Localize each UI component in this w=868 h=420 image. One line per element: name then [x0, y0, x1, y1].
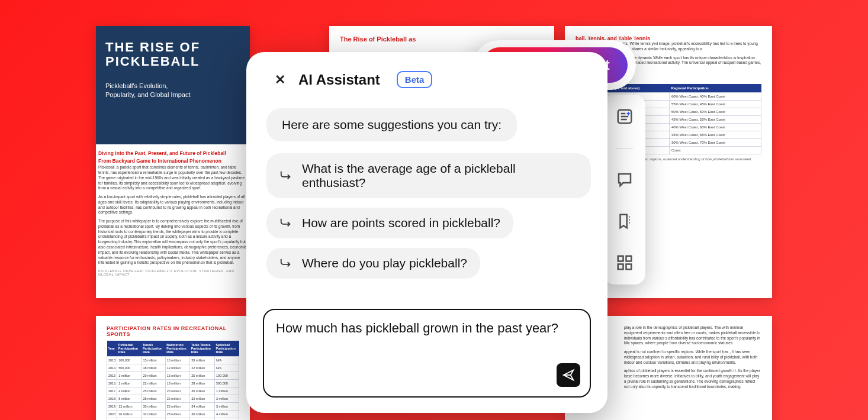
svg-rect-2: [626, 256, 632, 261]
arrow-reply-icon: [279, 217, 292, 230]
arrow-reply-icon: [279, 169, 292, 182]
doc-page-4: PARTICIPATION RATES IN RECREATIONAL SPOR…: [96, 316, 250, 420]
svg-rect-1: [618, 256, 623, 261]
beta-badge: Beta: [397, 71, 433, 88]
body-para: The purpose of this whitepaper is to com…: [98, 219, 247, 266]
doc-subtitle: Pickleball's Evolution, Popularity, and …: [105, 82, 194, 99]
divider: [616, 148, 633, 148]
tool-strip: [604, 95, 645, 285]
doc-title: THE RISE OF PICKLEBALL: [105, 40, 240, 69]
arrow-reply-icon: [279, 257, 292, 270]
assistant-intro: Here are some suggestions you can try:: [266, 108, 517, 141]
doc-page-1: THE RISE OF PICKLEBALL Pickleball's Evol…: [96, 26, 250, 298]
suggestion-text: How are points scored in pickleball?: [302, 216, 500, 230]
chat-input-text: How much has pickleball grown in the pas…: [276, 321, 578, 336]
chat-input[interactable]: How much has pickleball grown in the pas…: [263, 309, 591, 398]
doc-footer: PICKLEBALL UNVEILED: PICKLEBALL'S EVOLUT…: [98, 269, 247, 276]
body-para: As a low-impact sport with relatively si…: [98, 195, 247, 215]
assistant-title: AI Assistant: [298, 72, 380, 88]
suggestion-2[interactable]: How are points scored in pickleball?: [266, 208, 513, 238]
table-header: PARTICIPATION RATES IN RECREATIONAL SPOR…: [107, 325, 239, 337]
chat-icon[interactable]: [615, 170, 635, 190]
body-para: Pickleball, a paddle sport that combines…: [98, 165, 247, 191]
bookmark-icon[interactable]: [615, 211, 635, 231]
hero-banner: THE RISE OF PICKLEBALL Pickleball's Evol…: [96, 26, 250, 144]
section-heading: Diving Into the Past, Present, and Futur…: [98, 150, 247, 157]
suggestion-text: What is the average age of a pickleball …: [302, 161, 578, 190]
suggestion-text: Where do you play pickleball?: [302, 256, 467, 270]
rates-table: YearPickleball Participation RateTennis …: [107, 341, 239, 420]
suggestion-3[interactable]: Where do you play pickleball?: [266, 248, 480, 279]
send-icon: [562, 369, 575, 382]
grid-icon[interactable]: [615, 253, 635, 273]
send-button[interactable]: [557, 363, 580, 387]
body-para: appeal is not confined to specific regio…: [624, 350, 761, 365]
body-para: aphics of pickleball players is essentia…: [624, 369, 761, 389]
svg-rect-3: [618, 264, 623, 270]
section-subheading: From Backyard Game to International Phen…: [98, 158, 247, 164]
body-para: play a role in the demographics of pickl…: [624, 325, 761, 346]
suggestion-1[interactable]: What is the average age of a pickleball …: [266, 153, 591, 198]
close-icon[interactable]: ✕: [275, 73, 285, 86]
svg-rect-4: [626, 264, 632, 270]
assistant-header: ✕ AI Assistant Beta: [263, 71, 591, 88]
summary-icon[interactable]: [615, 106, 635, 127]
assistant-panel: ✕ AI Assistant Beta Here are some sugges…: [246, 52, 607, 413]
